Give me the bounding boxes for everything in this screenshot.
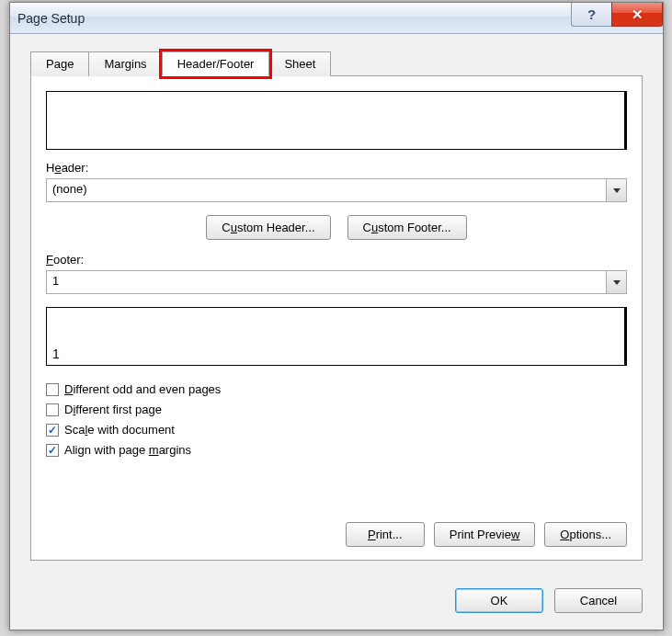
- checkbox-different-first-page[interactable]: Different first page: [46, 403, 627, 416]
- print-preview-button[interactable]: Print Preview: [434, 522, 536, 547]
- cancel-button[interactable]: Cancel: [554, 588, 643, 613]
- chevron-down-icon: [613, 188, 621, 193]
- chevron-down-icon: [613, 280, 621, 285]
- checkbox-icon: [46, 424, 59, 437]
- titlebar-buttons: ? ✕: [571, 3, 663, 27]
- ok-button[interactable]: OK: [455, 588, 543, 613]
- footer-preview-text: 1: [52, 346, 60, 361]
- client-area: Page Margins Header/Footer Sheet Header:…: [10, 34, 663, 575]
- footer-preview: 1: [46, 307, 627, 366]
- custom-header-button[interactable]: Custom Header...: [206, 215, 330, 240]
- help-button[interactable]: ?: [571, 3, 611, 27]
- help-icon: ?: [587, 6, 596, 22]
- print-button[interactable]: Print...: [346, 522, 425, 547]
- tab-content: Header: (none) Custom Header... Custom F…: [30, 75, 643, 561]
- header-combo-arrow[interactable]: [606, 179, 626, 201]
- header-combo-value: (none): [47, 179, 606, 201]
- bottom-buttons-row: Print... Print Preview Options...: [46, 522, 627, 547]
- dialog-footer: OK Cancel: [10, 575, 663, 630]
- footer-combo-arrow[interactable]: [606, 271, 626, 293]
- checkbox-align-with-margins[interactable]: Align with page margins: [46, 443, 627, 457]
- options-button[interactable]: Options...: [544, 522, 627, 547]
- header-label: Header:: [46, 161, 627, 175]
- tab-strip: Page Margins Header/Footer Sheet: [30, 51, 643, 75]
- close-icon: ✕: [632, 6, 644, 23]
- window-title: Page Setup: [17, 11, 85, 26]
- titlebar: Page Setup ? ✕: [10, 3, 663, 34]
- header-combo[interactable]: (none): [46, 178, 627, 202]
- checkbox-scale-with-document[interactable]: Scale with document: [46, 423, 627, 437]
- checkbox-icon: [46, 383, 59, 396]
- tab-header-footer[interactable]: Header/Footer: [162, 51, 270, 76]
- custom-buttons-row: Custom Header... Custom Footer...: [46, 215, 627, 240]
- checkbox-list: Different odd and even pages Different f…: [46, 382, 627, 457]
- footer-label: Footer:: [46, 253, 627, 267]
- checkbox-different-odd-even[interactable]: Different odd and even pages: [46, 382, 627, 396]
- tab-page[interactable]: Page: [30, 51, 89, 76]
- footer-combo[interactable]: 1: [46, 270, 627, 294]
- tab-sheet[interactable]: Sheet: [268, 51, 331, 76]
- custom-footer-button[interactable]: Custom Footer...: [347, 215, 467, 240]
- checkbox-icon: [46, 403, 59, 416]
- tab-margins[interactable]: Margins: [88, 51, 162, 76]
- page-setup-dialog: Page Setup ? ✕ Page Margins Header/Foote…: [9, 2, 664, 630]
- checkbox-icon: [46, 444, 59, 457]
- close-button[interactable]: ✕: [611, 3, 663, 27]
- header-preview: [46, 91, 627, 150]
- footer-combo-value: 1: [47, 271, 606, 293]
